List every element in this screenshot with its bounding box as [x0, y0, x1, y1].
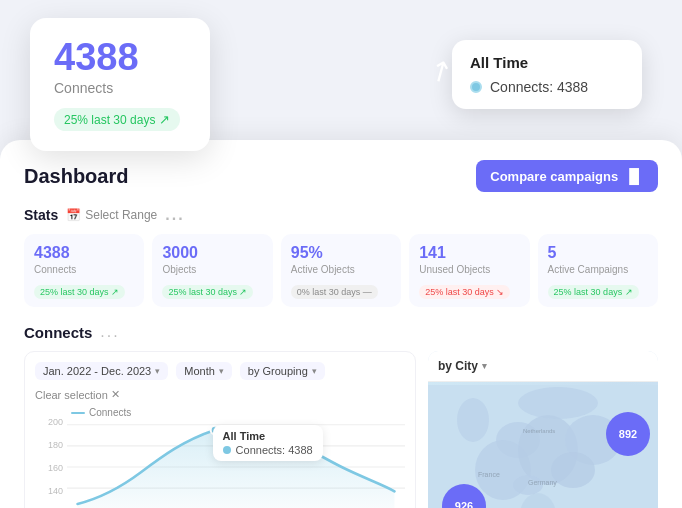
- tooltip-inner-value: Connects: 4388: [236, 444, 313, 456]
- connects-section-header: Connects ...: [24, 323, 658, 341]
- map-chevron-icon: ▾: [482, 361, 487, 371]
- month-select[interactable]: Month ▾: [176, 362, 232, 380]
- bar-chart-icon: ▐▌: [624, 168, 644, 184]
- stat-name-connects: Connects: [34, 264, 134, 275]
- map-background: France Germany Netherlands Germany 892 9…: [428, 382, 658, 508]
- stats-more-button[interactable]: ...: [165, 206, 184, 224]
- float-badge: 25% last 30 days ↗: [54, 108, 180, 131]
- stats-label-row: Stats 📅 Select Range ...: [24, 206, 658, 224]
- compare-campaigns-button[interactable]: Compare campaigns ▐▌: [476, 160, 658, 192]
- connects-section: Jan. 2022 - Dec. 2023 ▾ Month ▾ by Group…: [24, 351, 658, 508]
- arrow-up-icon: ↗: [159, 112, 170, 127]
- stats-text: Stats: [24, 207, 58, 223]
- tooltip-card: All Time Connects: 4388: [452, 40, 642, 109]
- grouping-select[interactable]: by Grouping ▾: [240, 362, 325, 380]
- svg-point-15: [457, 398, 489, 442]
- chart-area: Jan. 2022 - Dec. 2023 ▾ Month ▾ by Group…: [24, 351, 416, 508]
- stat-card-active: 95% Active Objects 0% last 30 days —: [281, 234, 401, 307]
- bubble-892-value: 892: [619, 428, 637, 440]
- stat-card-connects: 4388 Connects 25% last 30 days ↗: [24, 234, 144, 307]
- tooltip-connects: Connects: 4388: [490, 79, 588, 95]
- svg-point-14: [518, 387, 598, 419]
- dashboard-title: Dashboard: [24, 165, 128, 188]
- compare-label: Compare campaigns: [490, 169, 618, 184]
- grouping-label: by Grouping: [248, 365, 308, 377]
- badge-text: 25% last 30 days: [64, 113, 155, 127]
- clear-selection-button[interactable]: Clear selection ✕: [35, 388, 120, 401]
- map-area: by City ▾: [428, 351, 658, 508]
- svg-text:Germany: Germany: [528, 479, 557, 487]
- stat-card-objects: 3000 Objects 25% last 30 days ↗: [152, 234, 272, 307]
- stat-card-campaigns: 5 Active Campaigns 25% last 30 days ↗: [538, 234, 658, 307]
- select-range-label: Select Range: [85, 208, 157, 222]
- chart-legend-label: Connects: [71, 407, 131, 418]
- y-axis-labels: 200 180 160 140 120: [35, 417, 67, 508]
- map-header[interactable]: by City ▾: [428, 351, 658, 382]
- date-range-label: Jan. 2022 - Dec. 2023: [43, 365, 151, 377]
- stat-name-unused: Unused Objects: [419, 264, 519, 275]
- chart-controls: Jan. 2022 - Dec. 2023 ▾ Month ▾ by Group…: [35, 362, 405, 401]
- stat-badge-objects: 25% last 30 days ↗: [162, 285, 253, 299]
- date-range-select[interactable]: Jan. 2022 - Dec. 2023 ▾: [35, 362, 168, 380]
- clear-label: Clear selection: [35, 389, 108, 401]
- chevron-down-icon: ▾: [155, 366, 160, 376]
- stat-value-campaigns: 5: [548, 244, 648, 262]
- stat-value-unused: 141: [419, 244, 519, 262]
- svg-point-11: [551, 452, 595, 488]
- stat-badge-unused: 25% last 30 days ↘: [419, 285, 510, 299]
- legend-dot-icon: [223, 446, 231, 454]
- stat-card-unused: 141 Unused Objects 25% last 30 days ↘: [409, 234, 529, 307]
- stat-name-objects: Objects: [162, 264, 262, 275]
- stat-name-campaigns: Active Campaigns: [548, 264, 648, 275]
- dot-blue-icon: [470, 81, 482, 93]
- month-label: Month: [184, 365, 215, 377]
- svg-text:Netherlands: Netherlands: [523, 428, 555, 434]
- big-number: 4388: [54, 38, 186, 76]
- close-icon: ✕: [111, 388, 120, 401]
- stat-value-connects: 4388: [34, 244, 134, 262]
- chevron-down-icon2: ▾: [219, 366, 224, 376]
- select-range-button[interactable]: 📅 Select Range: [66, 208, 157, 222]
- float-connects-label: Connects: [54, 80, 186, 96]
- tooltip-row: Connects: 4388: [470, 79, 624, 95]
- tooltip-inner-row: Connects: 4388: [223, 444, 313, 456]
- float-stat-card: 4388 Connects 25% last 30 days ↗: [30, 18, 210, 151]
- bubble-926-value: 926: [455, 500, 473, 508]
- dashboard-card: Dashboard Compare campaigns ▐▌ Stats 📅 S…: [0, 140, 682, 508]
- legend-line-icon: [71, 412, 85, 414]
- connects-more-button[interactable]: ...: [100, 323, 119, 341]
- svg-text:France: France: [478, 471, 500, 478]
- stats-grid: 4388 Connects 25% last 30 days ↗ 3000 Ob…: [24, 234, 658, 307]
- stat-value-objects: 3000: [162, 244, 262, 262]
- connects-legend-text: Connects: [89, 407, 131, 418]
- map-bubble-892: 892: [606, 412, 650, 456]
- dashboard-header: Dashboard Compare campaigns ▐▌: [24, 160, 658, 192]
- stat-value-active: 95%: [291, 244, 391, 262]
- stat-name-active: Active Objects: [291, 264, 391, 275]
- stat-badge-campaigns: 25% last 30 days ↗: [548, 285, 639, 299]
- calendar-icon: 📅: [66, 208, 81, 222]
- chart-tooltip: All Time Connects: 4388: [213, 425, 323, 461]
- connects-title: Connects: [24, 324, 92, 341]
- chart-svg-wrap: 200 180 160 140 120 Connects: [35, 407, 405, 508]
- map-title: by City: [438, 359, 478, 373]
- tooltip-title: All Time: [470, 54, 624, 71]
- stat-badge-connects: 25% last 30 days ↗: [34, 285, 125, 299]
- chevron-down-icon3: ▾: [312, 366, 317, 376]
- stat-badge-active: 0% last 30 days —: [291, 285, 378, 299]
- tooltip-inner-title: All Time: [223, 430, 313, 442]
